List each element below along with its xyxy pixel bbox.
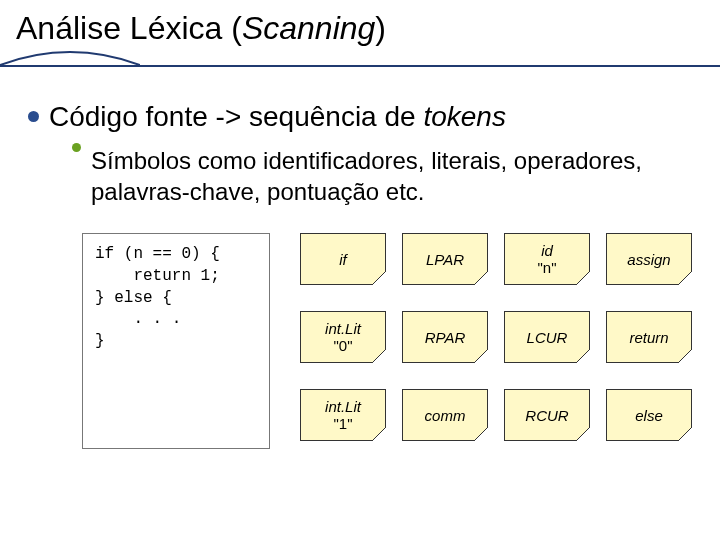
- bullet1-italic: tokens: [423, 101, 506, 132]
- bullet2-text: Símbolos como identificadores, literais,…: [91, 145, 672, 207]
- token-cell: int.Lit"1": [300, 389, 386, 441]
- token-cell: assign: [606, 233, 692, 285]
- token-cell: comm: [402, 389, 488, 441]
- token-cell: int.Lit"0": [300, 311, 386, 363]
- bullet1-pre: Código fonte -> sequência de: [49, 101, 423, 132]
- token-cell: id"n": [504, 233, 590, 285]
- token-cell: else: [606, 389, 692, 441]
- title-close: ): [375, 10, 386, 46]
- token-cell: LPAR: [402, 233, 488, 285]
- bullet-level1: Código fonte -> sequência de tokens: [28, 101, 692, 133]
- code-snippet: if (n == 0) { return 1; } else { . . . }: [82, 233, 270, 449]
- title-italic: Scanning: [242, 10, 375, 46]
- bullet-dot-icon: [28, 111, 39, 122]
- bullet-level2: Símbolos como identificadores, literais,…: [72, 145, 672, 207]
- title-underline: [0, 55, 720, 75]
- token-cell: RPAR: [402, 311, 488, 363]
- token-cell: RCUR: [504, 389, 590, 441]
- token-cell: return: [606, 311, 692, 363]
- token-cell: LCUR: [504, 311, 590, 363]
- token-grid: if LPAR id"n" assign int.Lit"0" RPAR LCU…: [300, 233, 692, 449]
- token-cell: if: [300, 233, 386, 285]
- bullet-dot-small-icon: [72, 143, 81, 152]
